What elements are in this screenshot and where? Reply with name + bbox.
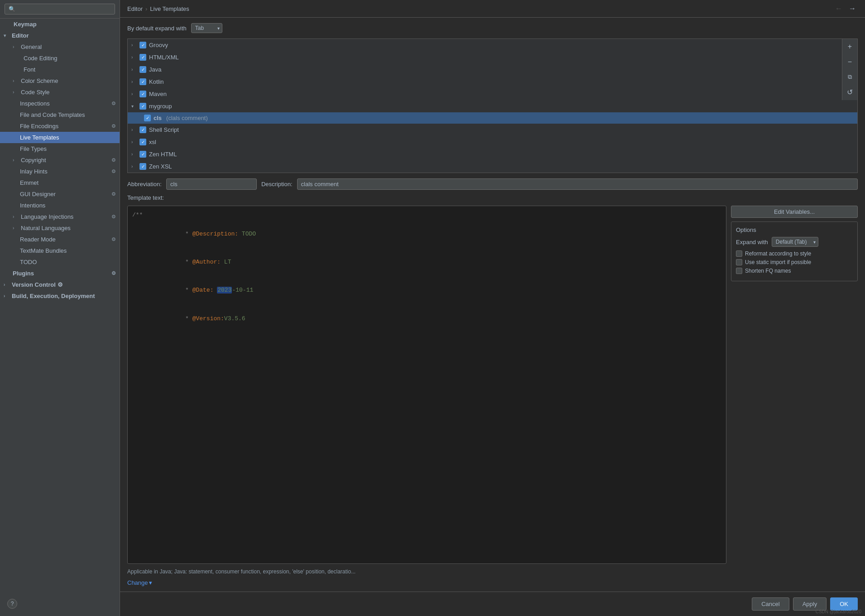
group-mygroup-header[interactable]: ▾ ✓ mygroup: [128, 100, 857, 112]
sidebar-item-emmet[interactable]: Emmet: [0, 177, 120, 188]
code-line-2: * @Description: TODO: [132, 220, 721, 248]
group-groovy-header[interactable]: › ✓ Groovy: [128, 39, 857, 51]
sidebar-item-label: Inlay Hints: [20, 168, 48, 175]
sidebar-item-intentions[interactable]: Intentions: [0, 200, 120, 211]
sidebar-item-font[interactable]: Font: [0, 64, 120, 75]
group-xsl-header[interactable]: › ✓ xsl: [128, 136, 857, 148]
back-button[interactable]: ←: [833, 5, 844, 13]
main-panel: Editor › Live Templates ← → By default e…: [120, 0, 865, 616]
forward-button[interactable]: →: [847, 5, 858, 13]
sidebar-item-code-style[interactable]: › Code Style: [0, 87, 120, 98]
watermark: CSDN @jackaroo2020: [816, 609, 861, 614]
sidebar-item-code-editing[interactable]: Code Editing: [0, 53, 120, 64]
group-checkbox[interactable]: ✓: [139, 151, 146, 158]
group-checkbox[interactable]: ✓: [139, 103, 146, 110]
group-java-header[interactable]: › ✓ Java: [128, 63, 857, 76]
group-htmlxml: › ✓ HTML/XML: [128, 51, 857, 63]
group-kotlin-header[interactable]: › ✓ Kotlin: [128, 76, 857, 88]
group-mygroup: ▾ ✓ mygroup ✓ cls (clals comment): [128, 100, 857, 124]
group-shell-script: › ✓ Shell Script: [128, 124, 857, 136]
group-zen-xsl-header[interactable]: › ✓ Zen XSL: [128, 160, 857, 173]
applicable-row: Applicable in Java; Java: statement, con…: [127, 568, 858, 575]
sidebar-item-file-encodings[interactable]: File Encodings ⚙: [0, 120, 120, 132]
sidebar-item-gui-designer[interactable]: GUI Designer ⚙: [0, 188, 120, 200]
code-editor[interactable]: /** * @Description: TODO * @Author: LT *…: [127, 206, 726, 564]
sidebar-item-file-types[interactable]: File Types: [0, 143, 120, 154]
group-shell-header[interactable]: › ✓ Shell Script: [128, 124, 857, 136]
breadcrumb-separator: ›: [145, 5, 147, 12]
apply-button[interactable]: Apply: [793, 597, 827, 611]
sidebar-item-plugins[interactable]: Plugins ⚙: [0, 268, 120, 279]
group-label: Java: [149, 66, 161, 73]
expand-select[interactable]: Tab Enter Space: [191, 23, 222, 33]
description-input[interactable]: [297, 178, 858, 190]
expand-with-label: Expand with: [736, 239, 768, 245]
shorten-fq-checkbox[interactable]: [736, 268, 742, 274]
expand-select-wrapper[interactable]: Tab Enter Space: [191, 23, 222, 33]
code-line-1: /**: [132, 211, 721, 220]
remove-button[interactable]: −: [842, 54, 857, 70]
sidebar-item-editor[interactable]: ▾ Editor: [0, 30, 120, 41]
sidebar-item-todo[interactable]: TODO: [0, 256, 120, 268]
group-checkbox[interactable]: ✓: [139, 66, 146, 73]
expand-label: By default expand with: [127, 25, 187, 32]
group-arrow-icon: ›: [131, 43, 137, 48]
group-checkbox[interactable]: ✓: [139, 54, 146, 61]
sidebar-item-inspections[interactable]: Inspections ⚙: [0, 98, 120, 109]
group-groovy: › ✓ Groovy: [128, 39, 857, 51]
group-checkbox[interactable]: ✓: [139, 139, 146, 145]
ok-button[interactable]: OK: [830, 597, 858, 611]
group-checkbox[interactable]: ✓: [139, 78, 146, 85]
description-label: Description:: [261, 181, 293, 188]
sidebar-item-inlay-hints[interactable]: Inlay Hints ⚙: [0, 166, 120, 177]
settings-icon: ⚙: [58, 281, 63, 288]
option-static-import: Use static import if possible: [736, 259, 853, 265]
help-button[interactable]: ?: [7, 599, 17, 609]
static-import-checkbox[interactable]: [736, 259, 742, 265]
group-zen-html-header[interactable]: › ✓ Zen HTML: [128, 148, 857, 160]
arrow-icon: ›: [13, 158, 19, 163]
expand-with-select-wrapper[interactable]: Default (Tab) Tab Enter Space: [772, 237, 818, 247]
reformat-checkbox[interactable]: [736, 250, 742, 257]
sidebar-item-build-execution[interactable]: › Build, Execution, Deployment: [0, 290, 120, 302]
item-checkbox[interactable]: ✓: [144, 115, 151, 121]
sidebar-item-file-code-templates[interactable]: File and Code Templates: [0, 109, 120, 120]
group-java: › ✓ Java: [128, 63, 857, 76]
group-htmlxml-header[interactable]: › ✓ HTML/XML: [128, 51, 857, 63]
abbreviation-row: Abbreviation: Description:: [127, 178, 858, 190]
sidebar-item-keymap[interactable]: Keymap: [0, 19, 120, 30]
sidebar-item-language-injections[interactable]: › Language Injections ⚙: [0, 211, 120, 222]
group-checkbox[interactable]: ✓: [139, 126, 146, 133]
group-checkbox[interactable]: ✓: [139, 91, 146, 97]
sidebar-item-general[interactable]: › General: [0, 41, 120, 53]
copy-button[interactable]: ⧉: [842, 70, 857, 84]
sidebar-item-natural-languages[interactable]: › Natural Languages: [0, 222, 120, 234]
change-link[interactable]: Change ▾: [127, 579, 858, 586]
reset-button[interactable]: ↺: [842, 84, 857, 100]
breadcrumb: Editor › Live Templates ← →: [120, 0, 865, 18]
add-button[interactable]: +: [842, 39, 857, 54]
search-input[interactable]: [5, 4, 115, 14]
expand-with-select[interactable]: Default (Tab) Tab Enter Space: [772, 237, 818, 247]
sidebar-item-version-control[interactable]: › Version Control ⚙: [0, 279, 120, 290]
search-box[interactable]: [0, 0, 120, 19]
sidebar-item-copyright[interactable]: › Copyright ⚙: [0, 154, 120, 166]
group-arrow-icon: ›: [131, 55, 137, 60]
group-xsl: › ✓ xsl: [128, 136, 857, 148]
expand-with-row: Expand with Default (Tab) Tab Enter Spac…: [736, 237, 853, 247]
sidebar-item-textmate-bundles[interactable]: TextMate Bundles: [0, 245, 120, 256]
group-checkbox[interactable]: ✓: [139, 163, 146, 170]
arrow-icon: ›: [13, 226, 19, 231]
sidebar-item-color-scheme[interactable]: › Color Scheme: [0, 75, 120, 87]
group-checkbox[interactable]: ✓: [139, 42, 146, 48]
abbreviation-input[interactable]: [166, 178, 257, 190]
template-item-cls[interactable]: ✓ cls (clals comment): [128, 112, 857, 124]
group-maven-header[interactable]: › ✓ Maven: [128, 88, 857, 100]
sidebar-item-live-templates[interactable]: Live Templates: [0, 132, 120, 143]
detail-area: Abbreviation: Description: Template text…: [120, 173, 865, 592]
cancel-button[interactable]: Cancel: [752, 597, 789, 611]
settings-icon: ⚙: [111, 168, 116, 174]
edit-variables-button[interactable]: Edit Variables...: [731, 206, 858, 218]
sidebar-item-label: Build, Execution, Deployment: [12, 293, 95, 299]
sidebar-item-reader-mode[interactable]: Reader Mode ⚙: [0, 234, 120, 245]
